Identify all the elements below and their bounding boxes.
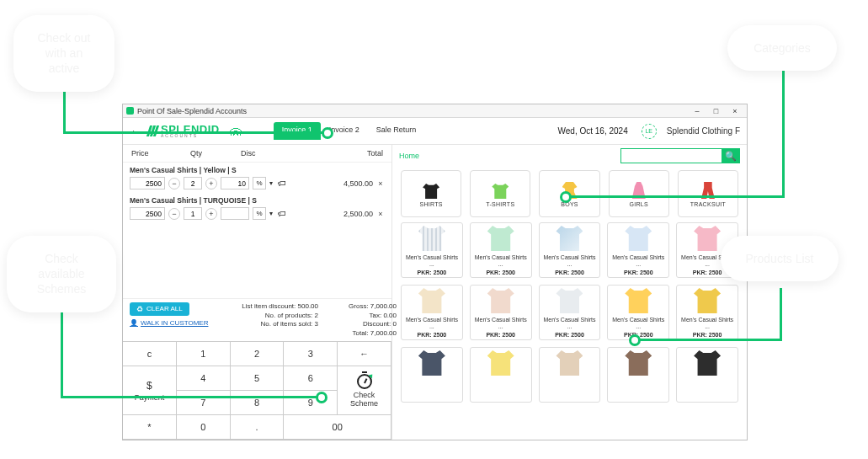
product-thumb: [625, 350, 652, 376]
product-tile[interactable]: Men's Casual Shirts ...PKR: 2500: [470, 222, 532, 278]
app-icon: [126, 107, 134, 115]
callout-line: [61, 396, 322, 398]
payment-icon: $: [146, 380, 152, 392]
product-price: PKR: 2500: [624, 270, 653, 275]
product-tile[interactable]: [607, 347, 669, 403]
breadcrumb-home[interactable]: Home: [399, 152, 419, 160]
product-tile[interactable]: Men's Casual Shirts ...PKR: 2500: [470, 285, 532, 340]
product-tile[interactable]: [539, 347, 601, 403]
product-price: PKR: 2500: [486, 270, 515, 275]
category-girls[interactable]: GIRLS: [609, 170, 669, 217]
product-price: PKR: 2500: [693, 332, 722, 338]
key-6[interactable]: 6: [284, 366, 338, 391]
callout-dot: [322, 127, 333, 139]
search-input[interactable]: [620, 148, 722, 163]
discount-type-select[interactable]: %: [253, 177, 266, 189]
qty-plus-button[interactable]: +: [205, 208, 217, 220]
cart-item: Men's Casual Shirts | TURQUOISE | S − + …: [130, 196, 385, 220]
remove-line-button[interactable]: ×: [376, 179, 385, 188]
key-4[interactable]: 4: [177, 366, 231, 391]
key-check-scheme[interactable]: Check Scheme: [338, 366, 391, 415]
cart-item-name: Men's Casual Shirts | TURQUOISE | S: [130, 196, 385, 205]
product-tile[interactable]: Men's Casual Shirts ...PKR: 2500: [401, 285, 463, 340]
summary-label: No. of items sold:: [261, 320, 313, 328]
qty-plus-button[interactable]: +: [205, 178, 217, 189]
cart-item: Men's Casual Shirts | Yellow | S − + % ▾…: [130, 166, 385, 189]
clear-all-button[interactable]: ♻ CLEAR ALL: [130, 302, 189, 316]
product-name: Men's Casual Shirts ...: [472, 254, 530, 266]
key-8[interactable]: 8: [231, 391, 285, 415]
product-name: Men's Casual Shirts ...: [679, 317, 736, 328]
key-dot[interactable]: .: [231, 415, 285, 440]
tab-sale-return[interactable]: Sale Return: [368, 122, 425, 140]
product-name: Men's Casual Shirts ...: [610, 317, 667, 328]
summary-value: 2: [315, 312, 318, 319]
product-tile[interactable]: [401, 347, 463, 403]
product-thumb: [418, 350, 445, 376]
window-maximize-button[interactable]: □: [707, 106, 724, 116]
callout-dot: [629, 334, 641, 346]
product-tile[interactable]: Men's Casual Shirts ...PKR: 2500: [401, 222, 463, 278]
category-tshirts[interactable]: T-SHIRTS: [470, 170, 530, 217]
price-input[interactable]: [130, 177, 165, 189]
price-input[interactable]: [130, 207, 165, 220]
chevron-down-icon[interactable]: ▾: [269, 210, 273, 217]
qty-input[interactable]: [184, 177, 202, 189]
product-thumb: [556, 288, 583, 313]
discount-input[interactable]: [221, 207, 249, 220]
key-00[interactable]: 00: [284, 415, 391, 440]
key-c[interactable]: c: [123, 342, 177, 366]
key-payment[interactable]: $ Payment: [123, 366, 177, 415]
product-tile[interactable]: Men's Casual Shirts ...PKR: 2500: [539, 222, 601, 278]
app-window: Point Of Sale-Splendid Accounts – □ × ← …: [122, 104, 748, 440]
key-1[interactable]: 1: [177, 342, 231, 366]
product-tile[interactable]: [470, 347, 532, 403]
key-7[interactable]: 7: [177, 391, 231, 415]
col-price: Price: [131, 149, 190, 157]
category-tracksuit[interactable]: TRACKSUIT: [678, 170, 738, 217]
product-price: PKR: 2500: [418, 270, 447, 275]
window-close-button[interactable]: ×: [727, 106, 743, 116]
key-3[interactable]: 3: [284, 342, 338, 366]
product-thumb: [556, 226, 583, 251]
window-minimize-button[interactable]: –: [689, 106, 706, 116]
product-thumb: [625, 288, 652, 313]
tag-icon[interactable]: 🏷: [276, 178, 288, 189]
qty-input[interactable]: [184, 207, 202, 220]
summary-label: List item discount:: [242, 302, 296, 310]
product-tile[interactable]: Men's Casual Shirts ...PKR: 2500: [607, 285, 669, 340]
customer-link[interactable]: 👤 WALK IN CUSTOMER: [130, 319, 210, 327]
tshirt-icon: [492, 184, 509, 199]
key-9[interactable]: 9: [284, 391, 338, 415]
cart-items: Men's Casual Shirts | Yellow | S − + % ▾…: [123, 163, 391, 228]
product-name: Men's Casual Shirts ...: [541, 254, 599, 266]
qty-minus-button[interactable]: −: [168, 178, 180, 189]
search-button[interactable]: 🔍: [722, 148, 740, 163]
qty-minus-button[interactable]: −: [168, 208, 180, 220]
product-thumb: [625, 226, 652, 251]
col-disc: Disc: [241, 149, 317, 157]
key-backspace[interactable]: ←: [338, 342, 391, 366]
discount-type-select[interactable]: %: [253, 207, 266, 220]
person-icon: 👤: [130, 319, 138, 327]
summary-label: Discount:: [363, 320, 391, 328]
product-name: Men's Casual Shirts ...: [472, 317, 530, 328]
product-tile[interactable]: [676, 347, 738, 403]
key-0[interactable]: 0: [177, 415, 231, 440]
remove-line-button[interactable]: ×: [376, 210, 385, 218]
key-star[interactable]: *: [123, 415, 177, 440]
shirt-icon: [423, 184, 439, 199]
product-tile[interactable]: Men's Casual Shirts ...PKR: 2500: [676, 285, 738, 340]
chevron-down-icon[interactable]: ▾: [269, 179, 273, 187]
line-total: 4,500.00: [291, 179, 373, 188]
window-title: Point Of Sale-Splendid Accounts: [137, 107, 247, 115]
product-tile[interactable]: Men's Casual Shirts ...PKR: 2500: [539, 285, 601, 340]
discount-input[interactable]: [221, 177, 249, 189]
product-price: PKR: 2500: [555, 270, 584, 275]
category-shirts[interactable]: SHIRTS: [401, 170, 461, 217]
key-5[interactable]: 5: [231, 366, 285, 391]
product-tile[interactable]: Men's Casual Shirts ...PKR: 2500: [607, 222, 669, 278]
tag-icon[interactable]: 🏷: [276, 208, 288, 220]
product-thumb: [694, 350, 721, 376]
key-2[interactable]: 2: [231, 342, 285, 366]
